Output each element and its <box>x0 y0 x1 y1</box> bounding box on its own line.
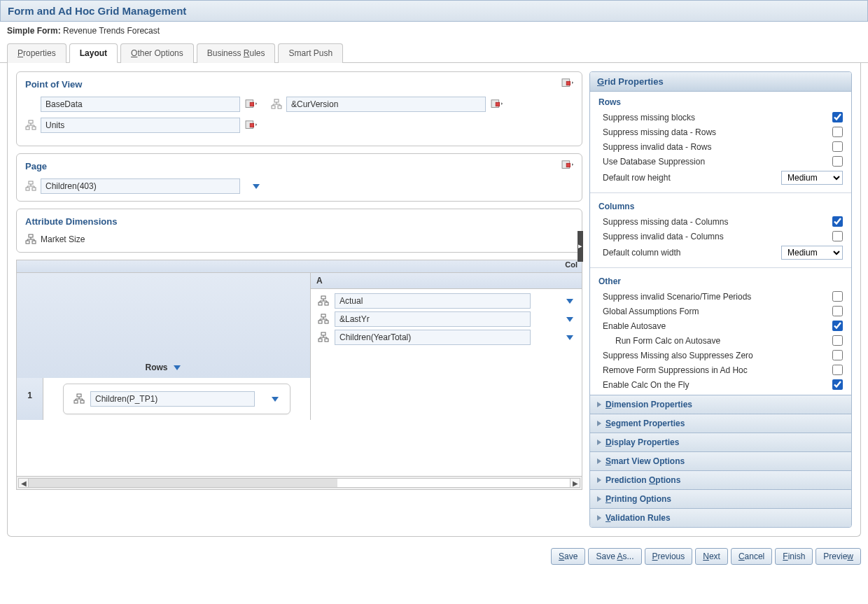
row-member-input[interactable] <box>90 391 255 407</box>
svg-rect-13 <box>250 123 253 127</box>
pov-basedata-input[interactable] <box>41 97 240 112</box>
suppress-missing-rows-checkbox[interactable] <box>832 127 843 137</box>
hierarchy-icon <box>318 314 329 325</box>
attribute-title: Attribute Dimensions <box>25 216 573 227</box>
svg-rect-8 <box>496 102 499 106</box>
chevron-right-icon <box>597 440 601 445</box>
supp-scenario-checkbox[interactable] <box>832 291 843 302</box>
save-button[interactable]: Save <box>551 548 585 565</box>
finish-button[interactable]: Finish <box>775 548 813 565</box>
previous-button[interactable]: Previous <box>645 548 693 565</box>
pov-basedata <box>25 97 258 112</box>
default-col-width-select[interactable]: Medium <box>781 246 843 260</box>
columns-label: Col <box>565 260 578 269</box>
horizontal-scrollbar[interactable]: ◀ ▶ <box>17 476 582 489</box>
pov-units-input[interactable] <box>41 118 240 133</box>
col-yeartotal-input[interactable] <box>335 330 531 345</box>
pov-dimension-props-icon[interactable] <box>561 78 575 89</box>
supp-zero-checkbox[interactable] <box>832 350 843 360</box>
grid-properties-title: Grid Properties <box>590 72 851 92</box>
suppress-missing-rows-label: Suppress missing data - Rows <box>603 127 832 137</box>
tab-layout[interactable]: Layout <box>69 43 118 63</box>
grid-properties-panel: Grid Properties Rows Suppress missing bl… <box>589 71 852 528</box>
col-lastyr-dropdown-icon[interactable] <box>565 314 575 324</box>
pov-basedata-selector-icon[interactable] <box>244 99 258 110</box>
col-actual-input[interactable] <box>335 293 531 309</box>
subtitle-label: Simple Form: <box>7 26 61 36</box>
tab-properties[interactable]: Properties <box>7 43 66 63</box>
next-button[interactable]: Next <box>695 548 728 565</box>
run-calc-checkbox[interactable] <box>832 335 843 346</box>
accordion-dimension-properties[interactable]: Dimension Properties <box>590 395 851 414</box>
tab-other-options[interactable]: Other Options <box>120 43 194 63</box>
pov-curversion-input[interactable] <box>286 97 486 112</box>
page-subtitle: Simple Form: Revenue Trends Forecast <box>0 22 868 40</box>
accordion-display-properties[interactable]: Display Properties <box>590 433 851 451</box>
autosave-checkbox[interactable] <box>832 321 843 331</box>
suppress-invalid-cols-checkbox[interactable] <box>832 231 843 241</box>
page-member <box>25 178 573 194</box>
pov-curversion-selector-icon[interactable] <box>490 99 504 110</box>
suppress-invalid-rows-checkbox[interactable] <box>832 141 843 152</box>
pov-title: Point of View <box>25 79 573 90</box>
svg-rect-29 <box>318 339 322 342</box>
suppress-blocks-label: Suppress missing blocks <box>603 113 832 122</box>
col-lastyr-input[interactable] <box>335 311 531 327</box>
page-panel: Page <box>16 153 582 202</box>
svg-rect-10 <box>26 127 29 129</box>
remove-supp-checkbox[interactable] <box>832 365 843 375</box>
supp-zero-label: Suppress Missing also Suppresses Zero <box>603 351 832 360</box>
page-title: Form and Ad Hoc Grid Management <box>0 0 868 22</box>
default-col-width-label: Default column width <box>603 248 781 258</box>
page-dropdown-icon[interactable] <box>251 181 261 191</box>
grid-area: Col Rows A <box>16 260 582 490</box>
hierarchy-icon <box>271 99 282 110</box>
hierarchy-icon <box>25 234 36 245</box>
global-assumptions-checkbox[interactable] <box>832 306 843 316</box>
suppress-missing-cols-checkbox[interactable] <box>832 216 843 227</box>
svg-rect-27 <box>325 321 328 323</box>
save-as-button[interactable]: Save As... <box>588 548 641 565</box>
row-number: 1 <box>17 378 43 420</box>
accordion-printing-options[interactable]: Printing Options <box>590 489 851 508</box>
scroll-right-icon[interactable]: ▶ <box>570 479 580 487</box>
pov-panel: Point of View <box>16 71 582 146</box>
tab-business-rules[interactable]: Business Rules <box>197 43 276 63</box>
accordion-prediction-options[interactable]: Prediction Options <box>590 470 851 489</box>
page-dimension-props-icon[interactable] <box>561 160 575 171</box>
rows-label: Rows <box>145 363 181 372</box>
svg-rect-20 <box>26 241 29 244</box>
use-db-suppression-checkbox[interactable] <box>832 156 843 167</box>
suppress-missing-cols-label: Suppress missing data - Columns <box>603 217 832 227</box>
calc-fly-checkbox[interactable] <box>832 379 843 390</box>
accordion-smart-view-options[interactable]: Smart View Options <box>590 451 851 470</box>
row-member-dropdown-icon[interactable] <box>270 394 280 404</box>
col-actual-dropdown-icon[interactable] <box>565 296 575 306</box>
accordion-segment-properties[interactable]: Segment Properties <box>590 414 851 433</box>
tab-smart-push[interactable]: Smart Push <box>278 43 343 63</box>
rows-header-area: Rows <box>17 273 311 378</box>
calc-fly-label: Enable Calc On the Fly <box>603 380 832 390</box>
rows-dropdown-icon[interactable] <box>172 363 182 372</box>
svg-rect-15 <box>566 163 570 167</box>
preview-button[interactable]: Preview <box>816 548 861 565</box>
default-row-height-select[interactable]: Medium <box>781 171 843 185</box>
accordion-validation-rules[interactable]: Validation Rules <box>590 508 851 527</box>
row-member-box <box>63 384 290 414</box>
cancel-button[interactable]: Cancel <box>731 548 772 565</box>
page-member-input[interactable] <box>41 178 240 194</box>
col-yeartotal-dropdown-icon[interactable] <box>565 332 575 342</box>
attribute-market-size: Market Size <box>25 234 573 245</box>
chevron-right-icon <box>597 458 601 464</box>
svg-rect-11 <box>32 127 36 129</box>
scroll-left-icon[interactable]: ◀ <box>19 479 29 487</box>
suppress-blocks-checkbox[interactable] <box>832 112 843 122</box>
expand-handle[interactable] <box>578 231 583 262</box>
scroll-thumb[interactable] <box>29 479 337 487</box>
pov-units-selector-icon[interactable] <box>244 120 258 131</box>
run-calc-label: Run Form Calc on Autosave <box>615 336 832 346</box>
global-assumptions-label: Global Assumptions Form <box>603 307 832 316</box>
column-letter: A <box>311 273 582 289</box>
main-area: Point of View <box>7 63 861 537</box>
svg-rect-16 <box>29 181 33 184</box>
